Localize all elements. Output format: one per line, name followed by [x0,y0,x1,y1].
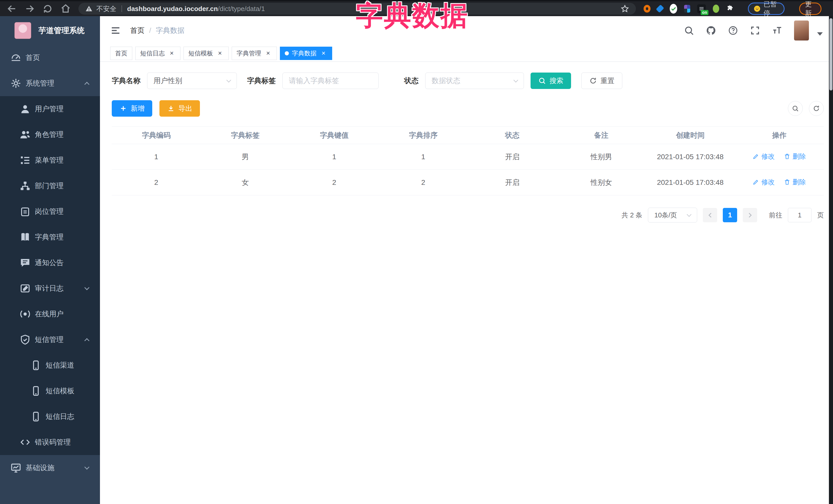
search-button-label: 搜索 [549,76,563,86]
chevron-down-icon [687,212,691,217]
refresh-table-button[interactable] [809,101,824,116]
tab-label: 短信日志 [140,49,165,57]
extension-blue-gem-icon[interactable] [656,5,664,13]
sidebar-item-audit-log[interactable]: 审计日志 [0,275,100,301]
tab-sms-template[interactable]: 短信模板 [184,47,229,60]
user-avatar[interactable] [794,21,809,41]
home-icon[interactable] [61,4,71,14]
tab-sms-log[interactable]: 短信日志 [135,47,181,60]
dict-tag-input[interactable] [282,73,379,89]
sidebar-item-online-users[interactable]: 在线用户 [0,301,100,327]
export-button[interactable]: 导出 [160,100,200,117]
tab-dict-data[interactable]: 字典数据 [280,47,332,60]
cell-value: 1 [290,144,379,170]
reload-icon[interactable] [43,4,53,14]
sidebar-item-menu-management[interactable]: 菜单管理 [0,147,100,173]
tags-view-bar: 首页 短信日志 短信模板 字典管理 字典数据 [100,45,833,62]
extension-orange-ring-icon[interactable] [644,5,650,13]
online-signal-icon [20,308,31,320]
sidebar-item-sms-template[interactable]: 短信模板 [0,378,100,404]
extension-switch-icon[interactable]: on [697,4,706,13]
sidebar-item-home[interactable]: 首页 [0,45,100,71]
delete-link[interactable]: 删除 [784,152,806,161]
status-select[interactable]: 数据状态 [425,73,524,89]
extension-green-creature-icon[interactable] [713,5,719,13]
sidebar-item-error-code[interactable]: 错误码管理 [0,429,100,455]
edit-link[interactable]: 修改 [753,152,775,161]
cell-value: 2 [290,170,379,195]
sidebar-item-label: 短信管理 [35,335,64,344]
back-icon[interactable] [7,4,17,14]
cell-remark: 性别男 [557,144,646,170]
filter-form: 字典名称 用户性别 字典标签 状态 数据状态 搜索 [112,73,824,89]
delete-link[interactable]: 删除 [784,178,806,187]
close-icon[interactable] [264,49,272,57]
sidebar-item-sms-channel[interactable]: 短信渠道 [0,353,100,378]
search-button[interactable]: 搜索 [530,73,571,89]
sidebar-item-sms-log[interactable]: 短信日志 [0,404,100,429]
next-page-button[interactable] [743,208,757,222]
edit-link[interactable]: 修改 [753,178,775,187]
app-logo-row[interactable]: 芋道管理系统 [0,16,100,45]
app-shell: 芋道管理系统 首页 系统管理 用户管理 角色管理 [0,16,833,504]
sidebar-item-notice[interactable]: 通知公告 [0,250,100,275]
cell-sort: 2 [379,170,468,195]
reset-button-label: 重置 [600,76,614,86]
help-icon[interactable] [728,25,738,35]
extension-green-check-icon[interactable] [670,4,677,14]
hamburger-icon[interactable] [110,25,121,36]
trash-icon [784,179,790,185]
tab-dict-management[interactable]: 字典管理 [232,47,277,60]
tab-home[interactable]: 首页 [110,47,132,60]
sidebar-item-sms-management[interactable]: 短信管理 [0,327,100,353]
cell-actions: 修改 删除 [735,144,824,170]
sidebar-item-user-management[interactable]: 用户管理 [0,96,100,122]
forward-icon[interactable] [25,4,35,14]
bookmark-star-icon[interactable] [620,4,629,13]
reset-button[interactable]: 重置 [581,73,622,89]
update-button[interactable]: 更新 [799,3,822,15]
sidebar-item-role-management[interactable]: 角色管理 [0,122,100,147]
sidebar-item-dict-management[interactable]: 字典管理 [0,224,100,250]
cell-created: 2021-01-05 17:03:48 [646,144,735,170]
close-icon[interactable] [216,49,224,57]
prev-page-button[interactable] [703,208,717,222]
sidebar-item-dept-management[interactable]: 部门管理 [0,173,100,199]
close-icon[interactable] [168,49,175,57]
add-button[interactable]: 新增 [112,100,152,117]
dict-tag-label: 字典标签 [247,76,276,86]
search-icon[interactable] [684,25,694,35]
avatar-caret-icon[interactable] [817,32,823,35]
chevron-down-icon [84,464,90,470]
profile-paused-badge[interactable]: 已暂停 [748,3,785,15]
sidebar-item-system-management[interactable]: 系统管理 [0,71,100,96]
security-warning-icon[interactable] [85,5,93,13]
sidebar-item-post-management[interactable]: 岗位管理 [0,199,100,224]
emoji-face-icon [754,4,760,13]
scrollbar[interactable] [829,16,833,504]
fullscreen-icon[interactable] [750,25,760,35]
github-icon[interactable] [706,25,716,35]
close-icon[interactable] [319,49,327,57]
extensions-puzzle-icon[interactable] [726,4,733,13]
main-area: 首页 / 字典数据 首页 短 [100,16,833,504]
org-tree-icon [20,180,31,192]
breadcrumb-home[interactable]: 首页 [130,26,145,35]
scrollbar-thumb[interactable] [829,18,832,91]
show-search-button[interactable] [788,101,803,116]
dict-name-label: 字典名称 [112,76,140,86]
goto-page-input[interactable] [788,208,811,222]
chevron-down-icon [84,285,90,290]
current-page-button[interactable]: 1 [723,208,737,222]
cell-code: 1 [112,144,201,170]
font-size-icon[interactable] [772,25,782,35]
extension-blocks-icon[interactable] [684,5,690,13]
table-row: 2 女 2 2 开启 性别女 2021-01-05 17:03:48 修改 [112,170,824,195]
dict-name-value: 用户性别 [153,76,182,86]
tab-label: 字典管理 [237,49,261,57]
cell-remark: 性别女 [557,170,646,195]
page-size-select[interactable]: 10条/页 [648,208,697,222]
sidebar-item-infrastructure[interactable]: 基础设施 [0,455,100,481]
dict-name-select[interactable]: 用户性别 [147,73,237,89]
column-header: 操作 [735,127,824,144]
